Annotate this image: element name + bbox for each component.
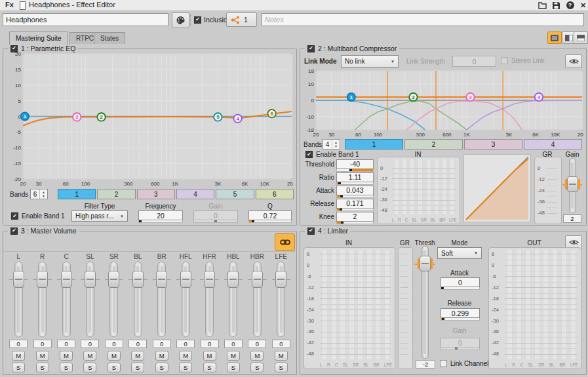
link-channels-checkbox[interactable] <box>440 360 447 367</box>
mute-button-R[interactable]: M <box>36 351 49 361</box>
master-fader-value-SR[interactable]: 0 <box>105 340 123 348</box>
compressor-band-button-4[interactable]: 4 <box>524 139 582 149</box>
master-fader-value-BL[interactable]: 0 <box>128 340 147 348</box>
eq-q-field[interactable]: 0.72 <box>248 210 292 220</box>
tab-mastering-suite[interactable]: Mastering Suite <box>9 31 68 45</box>
mute-button-HFR[interactable]: M <box>203 351 216 361</box>
object-name-input[interactable] <box>3 13 168 26</box>
eq-enable-checkbox[interactable]: ✔ <box>10 45 18 52</box>
mute-button-C[interactable]: M <box>60 351 73 361</box>
inclusion-checkbox[interactable]: ✔ <box>194 16 201 24</box>
compressor-attack-slider[interactable] <box>336 195 374 198</box>
eq-enable-band-checkbox[interactable]: ✔ <box>11 212 18 220</box>
limiter-release-slider[interactable] <box>441 318 480 321</box>
compressor-band-button-2[interactable]: 2 <box>404 139 463 149</box>
compressor-enable-checkbox[interactable]: ✔ <box>307 45 315 52</box>
link-faders-button[interactable] <box>275 233 295 251</box>
mute-button-HBR[interactable]: M <box>250 351 264 361</box>
eq-band-button-6[interactable]: 6 <box>256 189 294 199</box>
master-fader-handle-BR[interactable] <box>156 271 167 288</box>
compressor-attack-field[interactable]: 0.043 <box>336 186 374 195</box>
master-fader-value-HFL[interactable]: 0 <box>176 340 195 348</box>
limiter-threshold-slider[interactable] <box>413 246 437 359</box>
compressor-band-button-3[interactable]: 3 <box>464 139 522 149</box>
eq-frequency-graph[interactable]: 20151050-5-10-15-202030601003006001K3K6K… <box>9 52 293 188</box>
mute-button-BR[interactable]: M <box>155 351 168 361</box>
limiter-gain-slider[interactable] <box>441 347 480 350</box>
eq-frequency-slider[interactable] <box>138 220 183 223</box>
compressor-release-field[interactable]: 0.171 <box>336 199 374 208</box>
close-icon[interactable]: ✕ <box>578 1 588 10</box>
compressor-threshold-field[interactable]: -40 <box>336 159 374 169</box>
solo-button-HFL[interactable]: S <box>179 363 192 372</box>
layout-single-pane-button[interactable] <box>547 31 562 44</box>
compressor-bands-spinner[interactable]: 4 ▲▼ <box>323 139 340 149</box>
tab-states[interactable]: States <box>94 32 125 44</box>
master-fader-handle-HFL[interactable] <box>180 271 191 288</box>
mute-button-SR[interactable]: M <box>108 351 121 361</box>
solo-button-C[interactable]: S <box>60 363 73 372</box>
mute-button-BL[interactable]: M <box>131 351 144 361</box>
master-fader-handle-SL[interactable] <box>85 271 96 288</box>
eq-bands-spinner[interactable]: 6 ▲▼ <box>30 189 48 199</box>
solo-button-SL[interactable]: S <box>83 363 96 372</box>
master-fader-handle-HBR[interactable] <box>252 271 263 288</box>
compressor-threshold-slider[interactable] <box>336 169 374 172</box>
eq-chart-band-marker-2[interactable]: 2 <box>97 113 105 121</box>
color-palette-button[interactable] <box>172 12 189 28</box>
xover-chart-band-marker-3[interactable]: 3 <box>466 93 474 101</box>
solo-button-HFR[interactable]: S <box>203 363 216 372</box>
compressor-release-slider[interactable] <box>336 208 374 211</box>
compressor-knee-field[interactable]: 2 <box>336 212 374 222</box>
eq-chart-band-marker-3[interactable]: 3 <box>73 113 81 121</box>
master-fader-value-R[interactable]: 0 <box>33 340 52 348</box>
eq-filter-type-dropdown[interactable]: High pass r... ▼ <box>71 210 128 222</box>
master-fader-handle-R[interactable] <box>37 271 48 288</box>
limiter-attack-field[interactable]: 0 <box>441 277 480 287</box>
eq-gain-slider[interactable] <box>193 220 238 223</box>
solo-button-HBL[interactable]: S <box>227 363 240 372</box>
sharesets-button[interactable]: 1 <box>226 12 257 27</box>
layout-split-horizontal-button[interactable] <box>574 31 588 44</box>
master-enable-checkbox[interactable]: ✔ <box>10 228 18 235</box>
xover-chart-band-marker-2[interactable]: 2 <box>409 93 417 101</box>
solo-button-HBR[interactable]: S <box>250 363 264 372</box>
master-fader-value-BR[interactable]: 0 <box>153 340 171 348</box>
compressor-ratio-field[interactable]: 1.11 <box>336 172 374 182</box>
compressor-gain-handle[interactable] <box>567 176 578 192</box>
notes-input[interactable] <box>262 13 584 26</box>
compressor-gain-slider[interactable] <box>561 158 583 213</box>
help-icon[interactable]: ? <box>565 1 575 10</box>
solo-button-L[interactable]: S <box>12 363 25 372</box>
eq-band-button-5[interactable]: 5 <box>216 189 254 199</box>
mute-button-HBL[interactable]: M <box>227 351 240 361</box>
save-icon[interactable] <box>551 1 561 10</box>
compressor-enable-band-checkbox[interactable]: ✔ <box>305 151 313 158</box>
limiter-enable-checkbox[interactable]: ✔ <box>307 228 315 235</box>
eq-band-button-4[interactable]: 4 <box>176 189 214 199</box>
compressor-crossover-graph[interactable]: 18100-10-182030601003006001K3K6K10K20K12… <box>303 69 583 138</box>
master-fader-handle-LFE[interactable] <box>275 271 286 288</box>
master-fader-handle-L[interactable] <box>13 271 24 288</box>
master-fader-handle-HBL[interactable] <box>227 271 239 288</box>
compressor-band-button-1[interactable]: 1 <box>345 139 403 149</box>
open-file-icon[interactable] <box>538 1 547 10</box>
master-fader-value-HBR[interactable]: 0 <box>248 340 266 348</box>
master-fader-value-LFE[interactable]: 0 <box>272 340 290 348</box>
eq-chart-band-marker-5[interactable]: 5 <box>214 113 222 121</box>
eq-band-button-2[interactable]: 2 <box>97 189 135 199</box>
master-fader-handle-BL[interactable] <box>132 271 144 288</box>
xover-chart-band-marker-4[interactable]: 4 <box>535 93 543 101</box>
solo-button-R[interactable]: S <box>36 363 49 372</box>
solo-button-SR[interactable]: S <box>108 363 121 372</box>
mute-button-SL[interactable]: M <box>83 351 96 361</box>
eq-q-slider[interactable] <box>248 220 292 223</box>
mute-button-LFE[interactable]: M <box>275 351 288 361</box>
limiter-attack-slider[interactable] <box>441 287 480 290</box>
master-fader-value-SL[interactable]: 0 <box>81 340 99 348</box>
solo-button-BL[interactable]: S <box>131 363 144 372</box>
eq-band-button-1[interactable]: 1 <box>58 189 96 199</box>
limiter-threshold-handle[interactable] <box>420 256 431 271</box>
master-fader-handle-C[interactable] <box>61 271 72 288</box>
compressor-gain-value[interactable]: 2 <box>563 214 581 223</box>
